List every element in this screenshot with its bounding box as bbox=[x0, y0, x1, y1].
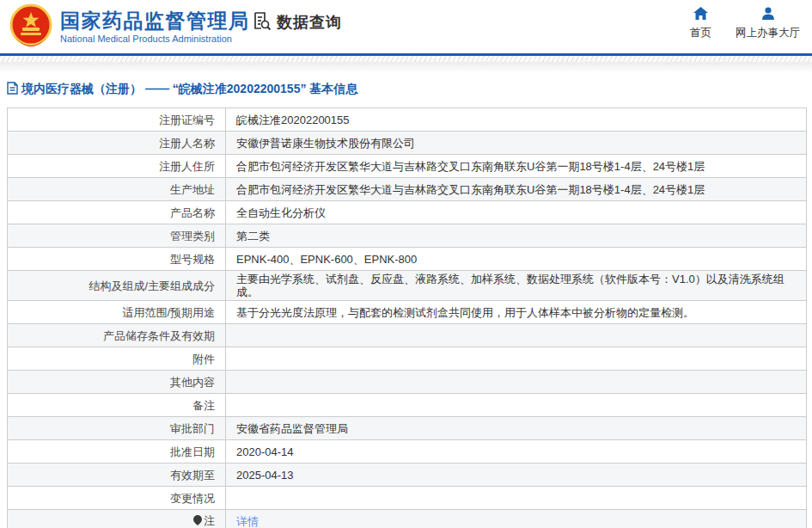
row-label: 变更情况 bbox=[8, 487, 226, 510]
row-label: 有效期至 bbox=[8, 464, 226, 487]
row-label: 产品名称 bbox=[8, 201, 226, 224]
row-value: 安徽伊普诺康生物技术股份有限公司 bbox=[226, 132, 807, 155]
row-label: 注册人名称 bbox=[8, 132, 226, 155]
table-row: 有效期至2025-04-13 bbox=[8, 464, 807, 487]
info-table-body: 注册证编号皖械注准20202200155注册人名称安徽伊普诺康生物技术股份有限公… bbox=[8, 108, 807, 528]
table-row: 结构及组成/主要组成成分主要由光学系统、试剂盘、反应盘、液路系统、加样系统、数据… bbox=[8, 271, 807, 301]
row-value bbox=[226, 324, 807, 347]
document-search-icon bbox=[251, 10, 272, 34]
row-label: 注 bbox=[8, 510, 226, 528]
table-row: 注册人住所合肥市包河经济开发区繁华大道与吉林路交叉口东南角联东U谷第一期18号楼… bbox=[8, 155, 807, 178]
national-emblem-icon bbox=[9, 3, 53, 50]
row-value: 基于分光光度法原理，与配套的检测试剂盒共同使用，用于人体样本中被分析物的定量检测… bbox=[226, 301, 807, 324]
row-value: 2025-04-13 bbox=[226, 464, 807, 487]
row-label: 管理类别 bbox=[8, 224, 226, 248]
table-row: 批准日期2020-04-14 bbox=[8, 440, 807, 464]
table-row: 产品名称全自动生化分析仪 bbox=[8, 201, 807, 224]
table-row: 型号规格EPNK-400、EPNK-600、EPNK-800 bbox=[8, 248, 807, 271]
breadcrumb-text: 境内医疗器械（注册） —— “皖械注准20202200155” 基本信息 bbox=[21, 82, 357, 97]
row-value: 皖械注准20202200155 bbox=[226, 108, 807, 132]
row-value: 合肥市包河经济开发区繁华大道与吉林路交叉口东南角联东U谷第一期18号楼1-4层、… bbox=[226, 178, 807, 201]
table-row: 备注 bbox=[8, 394, 807, 417]
detail-link[interactable]: 详情 bbox=[236, 515, 259, 528]
row-label: 其他内容 bbox=[8, 371, 226, 394]
site-brand[interactable]: 国家药品监督管理局 National Medical Products Admi… bbox=[9, 3, 250, 50]
table-row: 注详情 bbox=[8, 510, 807, 528]
row-label: 生产地址 bbox=[8, 178, 226, 201]
row-value: 详情 bbox=[226, 510, 807, 528]
row-label: 产品储存条件及有效期 bbox=[8, 324, 226, 347]
row-value: 主要由光学系统、试剂盘、反应盘、液路系统、加样系统、数据处理系统（软件版本号：V… bbox=[226, 271, 807, 301]
data-query-header: 数据查询 bbox=[251, 10, 342, 34]
breadcrumb: 境内医疗器械（注册） —— “皖械注准20202200155” 基本信息 bbox=[7, 81, 812, 98]
row-label: 适用范围/预期用途 bbox=[8, 301, 226, 324]
hatch-divider bbox=[0, 56, 812, 62]
table-row: 变更情况 bbox=[8, 487, 807, 510]
table-row: 管理类别第二类 bbox=[8, 224, 807, 248]
row-label: 型号规格 bbox=[8, 248, 226, 271]
row-value bbox=[226, 371, 807, 394]
row-label: 审批部门 bbox=[8, 417, 226, 440]
site-title: 国家药品监督管理局 bbox=[60, 9, 250, 32]
table-row: 注册证编号皖械注准20202200155 bbox=[8, 108, 807, 132]
table-row: 产品储存条件及有效期 bbox=[8, 324, 807, 347]
row-value bbox=[226, 487, 807, 510]
row-value: EPNK-400、EPNK-600、EPNK-800 bbox=[226, 248, 807, 271]
row-label: 结构及组成/主要组成成分 bbox=[8, 271, 226, 301]
home-icon bbox=[693, 7, 708, 23]
fade-divider bbox=[0, 62, 812, 72]
row-value bbox=[226, 394, 807, 417]
row-value: 安徽省药品监督管理局 bbox=[226, 417, 807, 440]
table-row: 适用范围/预期用途基于分光光度法原理，与配套的检测试剂盒共同使用，用于人体样本中… bbox=[8, 301, 807, 324]
table-row: 审批部门安徽省药品监督管理局 bbox=[8, 417, 807, 440]
row-value bbox=[226, 347, 807, 371]
row-label: 注册人住所 bbox=[8, 155, 226, 178]
table-row: 附件 bbox=[8, 347, 807, 371]
note-pin-icon bbox=[193, 515, 202, 528]
page-header: 国家药品监督管理局 National Medical Products Admi… bbox=[0, 0, 812, 53]
row-value: 第二类 bbox=[226, 224, 807, 248]
table-row: 其他内容 bbox=[8, 371, 807, 394]
registration-info-table: 注册证编号皖械注准20202200155注册人名称安徽伊普诺康生物技术股份有限公… bbox=[7, 107, 807, 528]
table-row: 生产地址合肥市包河经济开发区繁华大道与吉林路交叉口东南角联东U谷第一期18号楼1… bbox=[8, 178, 807, 201]
top-nav: 首页 网上办事大厅 bbox=[690, 7, 800, 40]
row-value: 全自动生化分析仪 bbox=[226, 201, 807, 224]
nav-home-label: 首页 bbox=[690, 26, 711, 40]
brand-text: 国家药品监督管理局 National Medical Products Admi… bbox=[60, 9, 250, 44]
table-row: 注册人名称安徽伊普诺康生物技术股份有限公司 bbox=[8, 132, 807, 155]
row-value: 合肥市包河经济开发区繁华大道与吉林路交叉口东南角联东U谷第一期18号楼1-4层、… bbox=[226, 155, 807, 178]
row-label: 批准日期 bbox=[8, 440, 226, 464]
user-icon bbox=[761, 7, 775, 23]
row-label: 附件 bbox=[8, 347, 226, 371]
data-query-title: 数据查询 bbox=[277, 12, 342, 33]
page-doc-icon bbox=[7, 82, 18, 98]
row-label: 备注 bbox=[8, 394, 226, 417]
nav-service-hall-label: 网上办事大厅 bbox=[736, 26, 800, 40]
row-label: 注册证编号 bbox=[8, 108, 226, 132]
row-value: 2020-04-14 bbox=[226, 440, 807, 464]
site-subtitle: National Medical Products Administration bbox=[60, 34, 250, 44]
nav-item-home[interactable]: 首页 bbox=[690, 7, 711, 40]
nav-item-service-hall[interactable]: 网上办事大厅 bbox=[736, 7, 800, 40]
